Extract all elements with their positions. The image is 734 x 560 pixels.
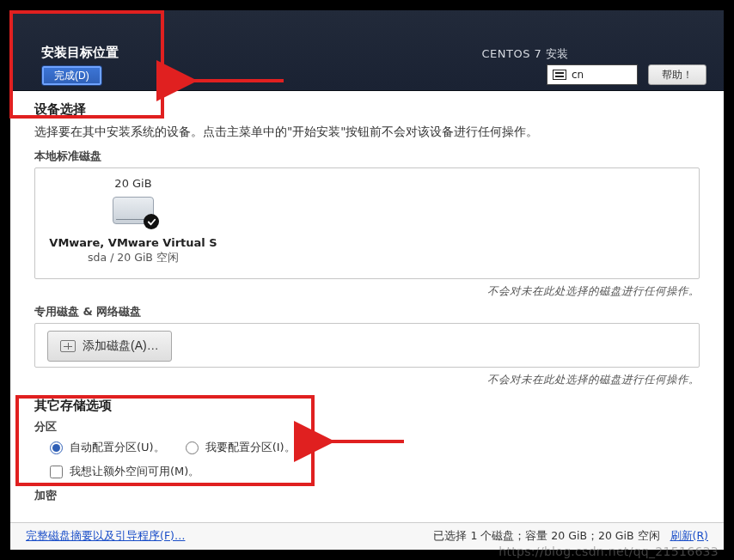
local-disk-panel: 20 GiB VMware, VMware Virtual S sda / 20… bbox=[34, 167, 700, 279]
input-method-label: cn bbox=[572, 69, 584, 81]
checkbox-extra-space[interactable]: 我想让额外空间可用(M)。 bbox=[50, 464, 199, 479]
refresh-link[interactable]: 刷新(R) bbox=[670, 529, 708, 542]
encrypt-head: 加密 bbox=[34, 488, 700, 503]
product-title: CENTOS 7 安装 bbox=[482, 46, 569, 62]
help-button[interactable]: 帮助！ bbox=[648, 64, 706, 85]
radio-auto-input[interactable] bbox=[50, 441, 63, 454]
add-disk-icon bbox=[60, 340, 76, 352]
noop-hint-2: 不会对未在此处选择的磁盘进行任何操作。 bbox=[34, 373, 700, 387]
radio-manual-label: 我要配置分区(I)。 bbox=[205, 440, 296, 455]
disk-size: 20 GiB bbox=[47, 177, 219, 190]
other-storage-title: 其它存储选项 bbox=[34, 398, 700, 414]
footer-bar: 完整磁盘摘要以及引导程序(F)… 已选择 1 个磁盘；容量 20 GiB；20 … bbox=[10, 522, 724, 550]
done-button[interactable]: 完成(D) bbox=[41, 65, 102, 86]
device-select-intro: 选择要在其中安装系统的设备。点击主菜单中的"开始安装"按钮前不会对该设备进行任何… bbox=[34, 125, 700, 140]
add-disk-label: 添加磁盘(A)… bbox=[83, 338, 159, 354]
selection-status: 已选择 1 个磁盘；容量 20 GiB；20 GiB 空闲 bbox=[433, 529, 659, 542]
device-select-title: 设备选择 bbox=[34, 101, 700, 118]
checkbox-extra-label: 我想让额外空间可用(M)。 bbox=[70, 464, 199, 479]
special-disk-head: 专用磁盘 & 网络磁盘 bbox=[34, 304, 700, 320]
disk-item[interactable]: 20 GiB VMware, VMware Virtual S sda / 20… bbox=[47, 177, 219, 265]
input-method-indicator[interactable]: cn bbox=[547, 64, 638, 85]
checkbox-extra-input[interactable] bbox=[50, 466, 63, 478]
radio-manual-input[interactable] bbox=[186, 441, 199, 454]
disk-summary-link[interactable]: 完整磁盘摘要以及引导程序(F)… bbox=[26, 529, 185, 544]
local-disk-head: 本地标准磁盘 bbox=[34, 149, 700, 164]
add-disk-button[interactable]: 添加磁盘(A)… bbox=[47, 331, 172, 362]
radio-manual-partition[interactable]: 我要配置分区(I)。 bbox=[186, 440, 296, 455]
check-badge-icon bbox=[144, 214, 159, 229]
radio-auto-label: 自动配置分区(U)。 bbox=[70, 440, 165, 455]
header-bar: 安装目标位置 完成(D) CENTOS 7 安装 cn 帮助！ bbox=[10, 10, 724, 91]
noop-hint-1: 不会对未在此处选择的磁盘进行任何操作。 bbox=[34, 284, 700, 299]
radio-auto-partition[interactable]: 自动配置分区(U)。 bbox=[50, 440, 165, 455]
special-disk-panel: 添加磁盘(A)… bbox=[34, 323, 700, 368]
page-title: 安装目标位置 bbox=[41, 45, 119, 61]
disk-name: VMware, VMware Virtual S bbox=[47, 236, 219, 249]
partition-head: 分区 bbox=[34, 419, 700, 435]
hard-disk-icon bbox=[113, 197, 154, 224]
keyboard-icon bbox=[553, 70, 566, 80]
disk-subtext: sda / 20 GiB 空闲 bbox=[47, 251, 219, 265]
body-area: 设备选择 选择要在其中安装系统的设备。点击主菜单中的"开始安装"按钮前不会对该设… bbox=[10, 91, 724, 550]
